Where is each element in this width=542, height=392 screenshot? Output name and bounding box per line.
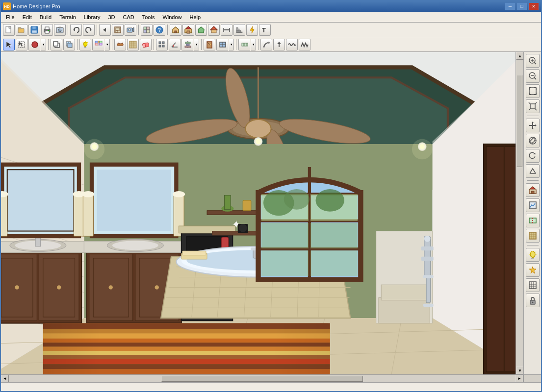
text-tool[interactable]: T [259,24,271,36]
snap-tool[interactable] [238,39,250,50]
svg-point-98 [263,46,265,48]
object-tool-dropdown[interactable]: ▾ [41,39,46,50]
window-tool[interactable] [216,39,228,50]
lighting-button[interactable] [526,248,540,262]
menu-cad[interactable]: CAD [119,13,138,21]
back-button[interactable] [99,24,111,36]
align-tool[interactable] [181,39,193,50]
print-button[interactable] [41,24,53,36]
minimize-button[interactable]: ─ [505,2,516,10]
dimension-tool[interactable] [221,24,232,36]
menu-file[interactable]: File [2,13,19,21]
texture-tool[interactable] [127,39,139,50]
svg-point-190 [239,224,247,232]
move-tool[interactable] [63,39,75,50]
select-tool[interactable] [3,39,15,50]
zoom-in-button[interactable] [526,54,540,68]
svg-line-283 [529,109,530,110]
hscroll-track[interactable] [10,375,515,382]
orbit-button[interactable] [526,134,540,147]
lock-button[interactable] [526,294,540,307]
plan-view-button[interactable] [112,24,124,36]
vertical-scrollbar[interactable]: ▲ ▼ [516,52,523,374]
menu-build[interactable]: Build [36,13,55,21]
light-tool[interactable] [79,39,91,50]
section-button[interactable] [526,214,540,227]
wall-tool[interactable] [170,24,181,36]
scroll-left-arrow[interactable]: ◄ [1,375,9,383]
scroll-down-arrow[interactable]: ▼ [516,367,523,374]
pan-button[interactable] [526,119,540,132]
scroll-right-arrow[interactable]: ► [516,375,523,383]
dollhouse-button[interactable] [526,183,540,197]
svg-marker-48 [19,42,23,47]
snap-grid-tool[interactable] [156,39,168,50]
3d-scene: ✦ [1,52,516,374]
svg-rect-184 [225,195,231,209]
measure-tool[interactable] [114,39,126,50]
electrical-tool[interactable] [246,24,258,36]
help-button[interactable]: ? [154,24,165,36]
menu-help[interactable]: Help [186,13,205,21]
texture-view-button[interactable] [526,229,540,243]
svg-rect-308 [532,257,534,258]
elevation-button[interactable] [526,198,540,212]
viewport[interactable]: ▲ ▼ [1,52,523,374]
zoom-out-button[interactable] [526,69,540,83]
close-button[interactable]: ✕ [528,2,539,10]
zoom-fit-button[interactable] [526,84,540,98]
ref-button[interactable] [141,24,153,36]
menu-library[interactable]: Library [80,13,104,21]
vscroll-track[interactable] [516,60,523,367]
terrain-tool[interactable] [195,24,207,36]
redo-button[interactable] [83,24,95,36]
edit-select-tool[interactable] [16,39,27,50]
hscroll-thumb[interactable] [161,376,363,382]
bloom-button[interactable] [526,263,540,277]
svg-rect-72 [129,41,136,48]
align-tool-dropdown[interactable]: ▾ [194,39,199,50]
save-button[interactable] [28,24,40,36]
house-tool[interactable] [182,24,194,36]
paint-tool[interactable] [92,39,104,50]
door-tool[interactable] [204,39,215,50]
object-tool[interactable] [28,39,40,50]
stairs-tool[interactable] [233,24,245,36]
scroll-up-arrow[interactable]: ▲ [516,52,523,60]
camera-button[interactable] [125,24,136,36]
menu-window[interactable]: Window [158,13,185,21]
svg-line-284 [535,109,537,110]
angle-tool[interactable] [169,39,181,50]
new-button[interactable] [3,24,15,36]
roof-tool[interactable] [208,24,220,36]
open-button[interactable] [16,24,27,36]
curve-tool[interactable] [260,39,272,50]
grid-button[interactable] [526,278,540,292]
arrow-up-tool[interactable] [273,39,285,50]
wave-tool[interactable] [286,39,298,50]
copy-tool[interactable] [51,39,62,50]
menu-3d[interactable]: 3D [104,13,119,21]
svg-rect-36 [211,30,216,33]
menu-edit[interactable]: Edit [19,13,36,21]
separator-5 [48,39,49,50]
erase-tool[interactable] [140,39,152,50]
paint-tool-dropdown[interactable]: ▾ [105,39,110,50]
tilt-button[interactable] [526,164,540,178]
horizontal-scrollbar[interactable]: ◄ ► [1,374,541,382]
vscroll-thumb[interactable] [516,75,522,167]
zoom-extent-button[interactable] [526,99,540,113]
snap-tool-dropdown[interactable]: ▾ [251,39,256,50]
spin-button[interactable] [526,149,540,163]
separator-7 [112,39,112,50]
svg-rect-185 [243,200,251,211]
maximize-button[interactable]: □ [516,2,527,10]
undo-button[interactable] [70,24,82,36]
menu-terrain[interactable]: Terrain [55,13,80,21]
screenshot-button[interactable] [54,24,66,36]
svg-rect-235 [426,277,430,303]
svg-rect-63 [100,41,102,43]
window-tool-dropdown[interactable]: ▾ [229,39,234,50]
menu-tools[interactable]: Tools [138,13,159,21]
zigzag-tool[interactable] [299,39,310,50]
